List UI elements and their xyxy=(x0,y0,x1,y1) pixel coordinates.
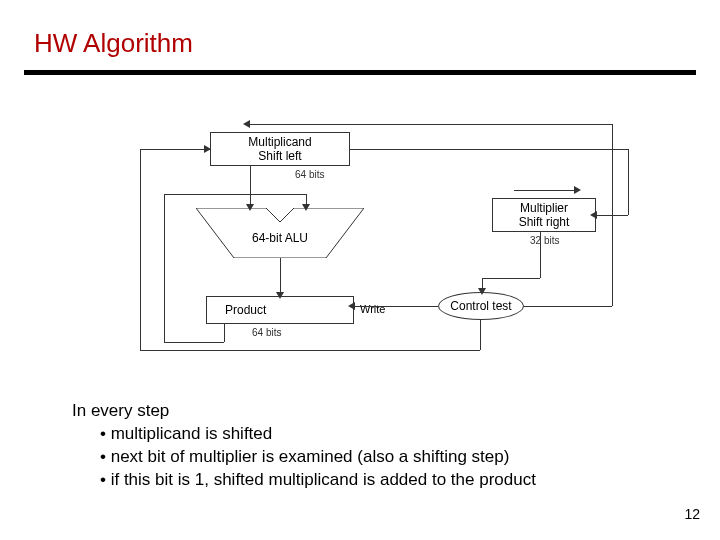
arrow-left-icon-1 xyxy=(590,211,597,219)
shift-left-line xyxy=(250,124,310,125)
arrow-left-icon-2 xyxy=(348,302,355,310)
wire xyxy=(140,149,210,150)
wire xyxy=(280,258,281,296)
wire xyxy=(164,342,224,343)
wire xyxy=(540,232,541,278)
arrow-right-icon-1 xyxy=(204,145,211,153)
wire xyxy=(310,124,612,125)
product-write-label: Write xyxy=(360,303,385,315)
desc-bullet-3: • if this bit is 1, shifted multiplicand… xyxy=(72,469,536,492)
wire xyxy=(140,350,480,351)
multiplier-register: Multiplier Shift right xyxy=(492,198,596,232)
wire xyxy=(140,149,141,350)
wire xyxy=(482,278,540,279)
product-label: Product xyxy=(225,303,266,317)
page-number: 12 xyxy=(684,506,700,522)
slide-title: HW Algorithm xyxy=(34,28,193,59)
shift-right-arrow-icon xyxy=(574,186,581,194)
arrow-down-icon-3 xyxy=(302,204,310,211)
multiplier-label: Multiplier xyxy=(520,201,568,215)
algorithm-description: In every step • multiplicand is shifted … xyxy=(72,400,536,492)
multiplicand-label: Multiplicand xyxy=(248,135,311,149)
hw-multiplier-diagram: Multiplicand Shift left 64 bits Multipli… xyxy=(100,120,640,380)
wire xyxy=(628,149,629,215)
desc-bullet-2: • next bit of multiplier is examined (al… xyxy=(72,446,536,469)
multiplier-shift-label: Shift right xyxy=(519,215,570,229)
title-underline xyxy=(24,70,696,75)
desc-bullet-1: • multiplicand is shifted xyxy=(72,423,536,446)
wire xyxy=(224,324,225,342)
multiplicand-register: Multiplicand Shift left xyxy=(210,132,350,166)
wire xyxy=(612,124,613,306)
wire xyxy=(250,166,251,208)
wire xyxy=(480,320,481,350)
control-test-label: Control test xyxy=(450,299,511,313)
wire xyxy=(164,194,306,195)
product-bits: 64 bits xyxy=(252,327,281,338)
multiplicand-bits: 64 bits xyxy=(295,169,324,180)
wire xyxy=(350,149,628,150)
multiplicand-shift-label: Shift left xyxy=(258,149,301,163)
multiplier-bits: 32 bits xyxy=(530,235,559,246)
arrow-down-icon-1 xyxy=(246,204,254,211)
desc-intro: In every step xyxy=(72,401,169,420)
wire xyxy=(164,194,165,342)
product-register: Product xyxy=(206,296,354,324)
alu-label: 64-bit ALU xyxy=(252,231,308,245)
arrow-down-icon-2 xyxy=(276,292,284,299)
shift-left-arrow-icon xyxy=(243,120,250,128)
shift-right-line xyxy=(514,190,574,191)
wire xyxy=(524,306,612,307)
control-test: Control test xyxy=(438,292,524,320)
arrow-down-icon-4 xyxy=(478,288,486,295)
wire xyxy=(354,306,438,307)
